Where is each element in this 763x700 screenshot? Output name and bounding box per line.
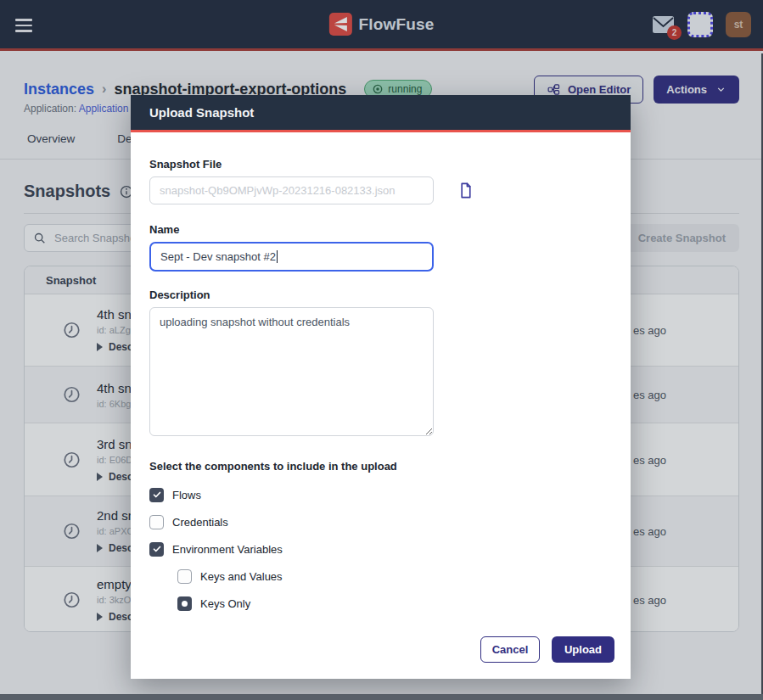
checkbox-unchecked-icon[interactable] xyxy=(149,515,164,529)
upload-button[interactable]: Upload xyxy=(552,636,614,663)
checkbox-checked-icon[interactable] xyxy=(149,488,164,502)
modal-header: Upload Snapshot xyxy=(131,95,631,132)
name-input[interactable]: Sept - Dev snapshot #2 xyxy=(149,242,434,272)
modal-title: Upload Snapshot xyxy=(149,105,254,120)
checkbox-checked-icon[interactable] xyxy=(149,542,164,557)
radio-checked-icon[interactable] xyxy=(177,596,192,611)
components-label: Select the components to include in the … xyxy=(149,460,612,473)
option-credentials[interactable]: Credentials xyxy=(149,508,612,535)
upload-snapshot-modal: Upload Snapshot Snapshot File Name Sept … xyxy=(131,95,631,679)
option-keys-and-values[interactable]: Keys and Values xyxy=(149,563,612,590)
document-icon xyxy=(456,181,475,200)
option-environment-variables[interactable]: Environment Variables xyxy=(149,535,612,563)
snapshot-file-label: Snapshot File xyxy=(149,158,612,171)
description-label: Description xyxy=(149,288,612,301)
description-textarea[interactable]: uploading snapshot without credentials xyxy=(149,307,434,436)
bottom-bar xyxy=(0,694,763,700)
select-file-button[interactable] xyxy=(456,181,475,200)
name-label: Name xyxy=(149,223,612,236)
option-flows[interactable]: Flows xyxy=(149,481,612,508)
checkbox-unchecked-icon[interactable] xyxy=(177,569,192,584)
text-caret xyxy=(277,250,278,263)
snapshot-file-input[interactable] xyxy=(149,176,434,204)
option-keys-only[interactable]: Keys Only xyxy=(149,590,612,617)
cancel-button[interactable]: Cancel xyxy=(480,636,540,663)
